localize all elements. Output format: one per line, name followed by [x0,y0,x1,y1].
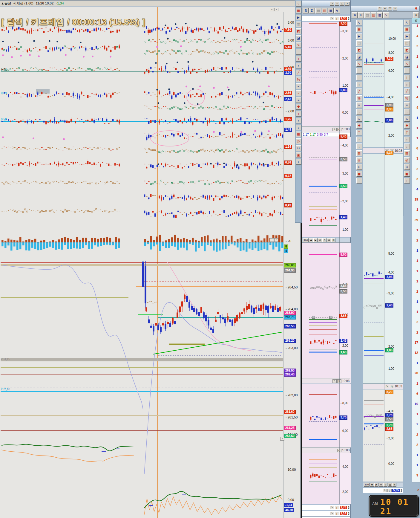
titlebar-button[interactable]: − [383,7,387,10]
grid-box-icon[interactable]: ▦ [356,150,362,156]
text-tool-icon[interactable]: T [296,111,301,117]
arrow-up-icon[interactable]: ↑ [356,137,362,142]
info-icon[interactable]: i [296,159,301,165]
print-icon[interactable]: ▤ [364,12,370,18]
grid-box-icon[interactable]: ▦ [404,150,410,156]
chart-b1[interactable] [363,20,384,147]
cross-icon[interactable]: ✚ [296,104,301,110]
copy-icon[interactable]: D [358,12,364,18]
snap-grid-icon[interactable]: ▦ [356,27,362,32]
region-icon[interactable]: ▣ [356,171,362,177]
arrow-down-icon[interactable]: ↓ [296,125,301,130]
cross-icon[interactable]: ✚ [404,123,410,129]
window-b-titlebar[interactable]: ?−□× 6 [351,6,420,11]
magnifier-icon[interactable]: Q [390,149,394,153]
table-icon[interactable]: ▦ [328,8,334,13]
chart-a3[interactable] [302,243,340,383]
pencil-icon[interactable]: ✎ [330,506,334,509]
refresh-icon[interactable]: ϟ [334,8,340,13]
zoom-control[interactable]: ◆ [370,483,374,487]
refresh-icon[interactable]: ϟ [296,1,301,7]
target-icon[interactable]: ⊙ [404,164,410,170]
eraser-all-icon[interactable]: ◪ [356,54,362,60]
eraser-icon[interactable]: ◩ [404,47,410,53]
close-icon[interactable]: × [280,437,284,441]
info-icon[interactable]: i [356,178,362,184]
arrow-down-icon[interactable]: ↓ [404,143,410,149]
range-icon[interactable]: ↕ [356,82,362,87]
titlebar-button[interactable]: × [345,2,350,6]
diagonal-line-icon[interactable]: ╱ [404,88,410,94]
grid-box-icon[interactable]: ▦ [296,132,301,137]
titlebar-button[interactable]: ? [378,7,382,10]
magnifier-icon[interactable]: Q [337,379,341,383]
pattern-icon[interactable]: ≈ [404,116,410,122]
report-icon[interactable]: ▥ [322,8,327,13]
arrow-up-icon[interactable]: ↑ [404,137,410,142]
crop-icon[interactable]: ◫ [356,40,362,46]
desktop-clock[interactable]: AM 10 01 21 2013 11 26 화 set. [369,496,418,516]
report-icon[interactable]: ▥ [371,12,376,18]
info-icon[interactable]: i [404,178,410,184]
sort-icon[interactable]: ⇅ [352,12,358,18]
circle-tool-icon[interactable]: ◎ [404,157,410,163]
zoom-control[interactable]: ⊕ [318,238,322,242]
pencil-icon[interactable]: ✎ [330,17,334,20]
titlebar-button[interactable]: − [335,2,339,6]
range-icon[interactable]: ↕ [404,82,410,87]
circle-tool-icon[interactable]: ◎ [356,157,362,163]
zoom-control[interactable]: ⊕ [379,483,383,487]
volume-column[interactable]: 1421111441116323419139121111211221712120… [412,24,420,482]
zoom-control[interactable]: ▶ [313,238,318,242]
pattern-icon[interactable]: ≈ [296,97,301,103]
zoom-control[interactable]: ▶ [374,483,378,487]
chart-a1[interactable] [302,22,340,126]
arrow-up-icon[interactable]: ↑ [296,118,301,123]
refresh-icon[interactable]: ϟ [404,20,410,25]
trendline-icon[interactable]: ∿ [356,61,362,67]
refresh-icon[interactable]: ϟ [356,20,362,25]
wave-icon[interactable]: ~ [296,90,301,96]
crop-icon[interactable]: ◫ [296,22,301,27]
u-button[interactable]: U [413,12,419,18]
refresh-icon[interactable]: ϟ [383,12,389,18]
zoom-control[interactable]: ⊖ [383,483,387,487]
titlebar-button[interactable]: □ [340,2,344,6]
horizontal-line-icon[interactable]: ─ [296,49,301,55]
fibonacci-icon[interactable]: ≡ [356,102,362,108]
cursor-icon[interactable]: ▶ [356,33,362,39]
zoom-control[interactable]: ▤ [388,483,392,487]
percent-line-icon[interactable]: % [356,95,362,101]
trendline-icon[interactable]: ∿ [404,61,410,67]
pencil-icon[interactable]: ✎ [385,149,389,153]
snap-grid-icon[interactable]: ▦ [296,8,301,13]
diagonal-line-icon[interactable]: ╱ [356,88,362,94]
marker-icon[interactable]: [' [335,17,339,20]
minimize-icon[interactable]: − [270,8,274,11]
zoom-control[interactable]: 100 [364,483,370,487]
titlebar-button[interactable]: × [393,7,397,10]
percent-line-icon[interactable]: % [404,95,410,101]
eraser-icon[interactable]: ◩ [356,47,362,53]
zoom-control[interactable]: ⊖ [322,238,327,242]
wave-icon[interactable]: ~ [356,109,362,115]
pencil-icon[interactable]: ✎ [332,379,337,383]
wave-icon[interactable]: ~ [404,109,410,115]
range-icon[interactable]: ↕ [296,63,301,68]
vertical-line-icon[interactable]: I [404,75,410,80]
zoom-control[interactable]: ◆ [309,238,313,242]
horizontal-line-icon[interactable]: ─ [404,68,410,74]
pattern-icon[interactable]: ≈ [356,116,362,122]
pencil-icon[interactable]: ✎ [332,128,337,131]
target-icon[interactable]: ⊙ [356,164,362,170]
pencil-icon[interactable]: ✎ [385,385,389,388]
copy-icon[interactable]: D [309,8,315,13]
marker-icon[interactable]: [' [335,512,339,515]
pencil-icon[interactable]: ✎ [330,512,334,515]
cross-icon[interactable]: ✚ [356,123,362,129]
region-icon[interactable]: ▣ [296,152,301,158]
magnifier-icon[interactable]: Q [390,385,394,388]
zoom-control[interactable]: ⊠ [392,483,396,487]
sort-icon[interactable]: ⇅ [303,8,309,13]
zoom-control[interactable]: 100 [303,238,309,242]
